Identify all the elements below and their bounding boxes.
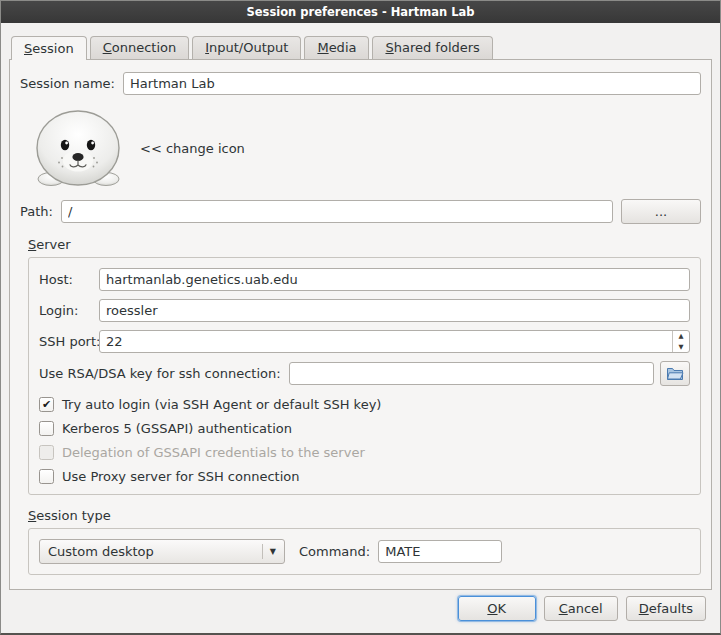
path-row: Path: ... — [20, 199, 701, 224]
session-icon-button[interactable] — [32, 108, 124, 188]
session-name-input[interactable] — [123, 72, 701, 95]
checkbox-box[interactable] — [39, 469, 54, 484]
command-label: Command: — [299, 544, 370, 559]
checkbox-box[interactable] — [39, 421, 54, 436]
checkbox-gssapi-delegation: Delegation of GSSAPI credentials to the … — [39, 445, 690, 460]
session-name-row: Session name: — [20, 72, 701, 95]
notebook-page-session: Session name: — [9, 59, 712, 590]
checkbox-gssapi-delegation-label: Delegation of GSSAPI credentials to the … — [62, 445, 365, 460]
ssh-port-spinner: ▲ ▼ — [99, 330, 690, 353]
checkbox-kerberos[interactable]: Kerberos 5 (GSSAPI) authentication — [39, 421, 690, 436]
rsa-key-browse-button[interactable] — [660, 361, 690, 386]
ssh-port-input[interactable] — [100, 331, 672, 352]
checkbox-kerberos-label: Kerberos 5 (GSSAPI) authentication — [62, 421, 292, 436]
session-type-group-label: Session type — [28, 508, 701, 523]
server-group-label: Server — [28, 237, 701, 252]
titlebar[interactable]: Session preferences - Hartman Lab — [1, 1, 720, 23]
path-label: Path: — [20, 204, 53, 219]
path-input[interactable] — [61, 200, 613, 223]
rsa-key-row: Use RSA/DSA key for ssh connection: — [39, 361, 690, 386]
checkbox-box[interactable]: ✔ — [39, 397, 54, 412]
host-row: Host: — [39, 268, 690, 291]
path-browse-button[interactable]: ... — [621, 199, 701, 224]
command-input[interactable] — [378, 540, 502, 563]
tab-input-output[interactable]: Input/Output — [192, 36, 301, 59]
login-row: Login: — [39, 299, 690, 322]
session-preferences-dialog: Session preferences - Hartman Lab Sessio… — [0, 0, 721, 635]
checkbox-proxy-label: Use Proxy server for SSH connection — [62, 469, 300, 484]
tab-bar: Session Connection Input/Output Media Sh… — [9, 36, 712, 59]
checkbox-proxy[interactable]: Use Proxy server for SSH connection — [39, 469, 690, 484]
tab-session[interactable]: Session — [11, 36, 87, 60]
change-icon-label: << change icon — [140, 141, 245, 156]
server-frame: Host: Login: SSH port: ▲ ▼ — [28, 257, 701, 495]
open-file-icon — [666, 366, 684, 381]
tab-connection[interactable]: Connection — [90, 36, 190, 59]
spinner-buttons: ▲ ▼ — [672, 331, 689, 352]
host-input[interactable] — [99, 268, 690, 291]
session-icon-row: << change icon — [32, 107, 701, 189]
host-label: Host: — [39, 272, 99, 287]
tab-media[interactable]: Media — [304, 36, 369, 59]
session-type-row: Custom desktop ▼ Command: — [39, 539, 690, 564]
cancel-button[interactable]: Cancel — [544, 596, 618, 621]
rsa-key-label: Use RSA/DSA key for ssh connection: — [39, 366, 281, 381]
spin-down-icon[interactable]: ▼ — [673, 342, 689, 353]
checkbox-group: ✔ Try auto login (via SSH Agent or defau… — [39, 397, 690, 484]
tab-shared-folders[interactable]: Shared folders — [372, 36, 492, 59]
rsa-key-input[interactable] — [289, 362, 654, 385]
combo-separator — [262, 544, 263, 559]
session-name-label: Session name: — [20, 76, 115, 91]
checkbox-box — [39, 445, 54, 460]
window-title: Session preferences - Hartman Lab — [246, 5, 474, 19]
ssh-port-label: SSH port: — [39, 334, 99, 349]
spin-up-icon[interactable]: ▲ — [673, 331, 689, 342]
checkbox-auto-login-label: Try auto login (via SSH Agent or default… — [62, 397, 381, 412]
login-input[interactable] — [99, 299, 690, 322]
login-label: Login: — [39, 303, 99, 318]
dialog-content: Session Connection Input/Output Media Sh… — [1, 23, 720, 590]
chevron-down-icon: ▼ — [270, 547, 276, 556]
dialog-footer: OK Cancel Defaults — [1, 590, 720, 633]
checkbox-auto-login[interactable]: ✔ Try auto login (via SSH Agent or defau… — [39, 397, 690, 412]
ok-button[interactable]: OK — [458, 596, 536, 621]
session-type-frame: Custom desktop ▼ Command: — [28, 528, 701, 575]
defaults-button[interactable]: Defaults — [626, 596, 706, 621]
session-type-selected: Custom desktop — [48, 544, 258, 559]
session-type-dropdown[interactable]: Custom desktop ▼ — [39, 539, 285, 564]
check-icon: ✔ — [42, 399, 51, 410]
seal-icon — [32, 108, 124, 188]
ssh-port-row: SSH port: ▲ ▼ — [39, 330, 690, 353]
